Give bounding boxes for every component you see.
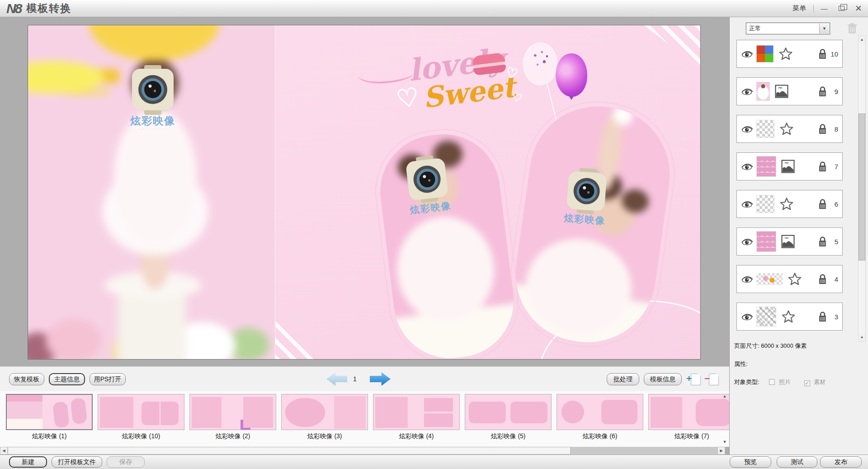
lock-icon[interactable] (818, 273, 827, 285)
filmstrip-item[interactable]: 炫彩映像 (6) (557, 394, 643, 441)
filmstrip-item[interactable]: 炫彩映像 (1) (6, 394, 93, 441)
prev-page-button[interactable] (326, 372, 347, 386)
menu-button[interactable]: 菜单 (788, 2, 811, 14)
trash-icon[interactable] (845, 22, 859, 35)
minimize-button[interactable]: — (816, 3, 832, 14)
material-checkbox[interactable]: ✓ (804, 380, 810, 386)
eye-icon[interactable] (741, 238, 753, 246)
page-icon (691, 374, 701, 385)
layer-row[interactable]: 5 (736, 227, 843, 256)
layer-row[interactable]: 3 (736, 303, 843, 331)
page-size-value: 6000 x 3000 像素 (761, 342, 807, 349)
open-template-file-button[interactable]: 打开模板文件 (52, 456, 102, 468)
watermark: 炫彩映像 · · · · · · · · (126, 69, 180, 131)
scrollbar-thumb[interactable] (8, 447, 571, 455)
layer-thumbnail (756, 307, 776, 327)
layer-row[interactable]: 9 (736, 77, 843, 105)
new-button[interactable]: 新建 (9, 456, 47, 468)
page-size-label: 页面尺寸: (734, 342, 760, 349)
page-thumbnail-label: 炫彩映像 (4) (373, 432, 460, 441)
scroll-right-icon[interactable]: ▶ (717, 447, 725, 455)
scroll-down-icon[interactable]: ▼ (859, 334, 865, 341)
remove-page-button[interactable]: − (704, 373, 720, 386)
photo-checkbox[interactable] (769, 379, 775, 385)
layer-number: 8 (827, 125, 838, 133)
eye-icon[interactable] (741, 88, 753, 95)
filmstrip-item[interactable]: 炫彩映像 (3) (281, 394, 368, 441)
publish-button[interactable]: 发布 (820, 456, 862, 468)
layer-row[interactable]: 4 (736, 265, 843, 293)
next-page-button[interactable] (370, 372, 391, 386)
heart-decor: ♡ (504, 64, 520, 82)
layer-row[interactable]: 7 (736, 152, 843, 180)
page-filmstrip: 炫彩映像 (1) 炫彩映像 (10) 炫彩映像 (2) 炫彩映像 (3) 炫彩映… (0, 391, 729, 447)
watermark: 炫彩映像 · · · · · · · · (559, 171, 613, 230)
page-thumbnail-label: 炫彩映像 (2) (189, 432, 276, 441)
chevron-down-icon[interactable]: ▼ (819, 24, 829, 33)
plus-icon: + (686, 373, 692, 384)
star-icon (788, 272, 802, 286)
layers-scrollbar[interactable]: ▲ ▼ (858, 35, 866, 341)
filmstrip-item[interactable]: 炫彩映像 (2) (189, 394, 276, 441)
add-page-button[interactable]: + (686, 373, 702, 386)
photo-icon (781, 160, 795, 173)
eye-icon[interactable] (741, 163, 753, 171)
right-page[interactable]: lovely Sweet ♡ ♡ ♡ 炫彩映像 (275, 25, 701, 360)
photo-checkbox-label: 照片 (779, 379, 791, 385)
close-button[interactable]: ✕ (851, 3, 866, 14)
lock-icon[interactable] (818, 48, 827, 60)
restore-icon (839, 6, 844, 11)
lock-icon[interactable] (818, 311, 827, 322)
eye-icon[interactable] (741, 200, 753, 208)
macaron-decor (472, 52, 507, 76)
lock-icon[interactable] (818, 161, 827, 172)
open-in-ps-button[interactable]: 用PS打开 (90, 373, 126, 385)
layer-thumbnail (756, 273, 783, 285)
theme-info-button[interactable]: 主题信息 (49, 373, 85, 385)
save-button[interactable]: 保存 (107, 456, 145, 468)
page-thumbnail (373, 394, 460, 430)
swash-decor (357, 60, 414, 86)
filmstrip-item[interactable]: 炫彩映像 (4) (373, 394, 460, 441)
lock-icon[interactable] (818, 85, 827, 97)
restore-template-button[interactable]: 恢复模板 (9, 373, 44, 385)
scrollbar-thumb[interactable] (859, 114, 865, 261)
template-info-button[interactable]: 模板信息 (644, 373, 682, 385)
filmstrip-item[interactable]: 炫彩映像 (5) (465, 394, 552, 441)
design-canvas[interactable]: 炫彩映像 · · · · · · · · lovely Sweet ♡ ♡ ♡ (28, 25, 701, 360)
blend-mode-select[interactable]: 正常 ▼ (746, 23, 830, 34)
layer-row[interactable]: 6 (736, 190, 843, 218)
eye-icon[interactable] (741, 313, 753, 321)
filmstrip-item[interactable]: 炫彩映像 (7) (648, 394, 729, 441)
layer-row[interactable]: 10 (736, 40, 843, 68)
page-icon (709, 374, 719, 385)
layer-thumbnail (756, 45, 774, 62)
lock-icon[interactable] (818, 198, 827, 210)
scroll-left-icon[interactable]: ◀ (0, 447, 8, 455)
camera-icon (132, 69, 174, 110)
batch-process-button[interactable]: 批处理 (607, 373, 639, 385)
scroll-up-icon[interactable]: ▲ (722, 393, 728, 399)
minus-icon: − (704, 373, 710, 384)
app-logo: N8 (6, 1, 21, 16)
filmstrip-scrollbar[interactable]: ◀ ▶ (0, 447, 725, 455)
watermark: 炫彩映像 · · · · · · · · (400, 157, 457, 220)
scroll-up-icon[interactable]: ▲ (859, 36, 865, 43)
star-icon (781, 309, 796, 324)
photo-icon (781, 235, 795, 248)
restore-button[interactable] (834, 3, 849, 14)
toolbar: 恢复模板 主题信息 用PS打开 1 批处理 模板信息 + − (0, 366, 729, 391)
watermark-text: 炫彩映像 (126, 114, 180, 128)
lock-icon[interactable] (818, 123, 827, 135)
eye-icon[interactable] (741, 50, 753, 58)
layer-row[interactable]: 8 (736, 115, 843, 143)
test-button[interactable]: 测试 (777, 456, 817, 468)
filmstrip-item[interactable]: 炫彩映像 (10) (98, 394, 184, 441)
lock-icon[interactable] (818, 236, 827, 247)
eye-icon[interactable] (741, 275, 753, 283)
preview-button[interactable]: 预览 (730, 456, 771, 468)
eye-icon[interactable] (741, 125, 753, 133)
page-thumbnail-label: 炫彩映像 (6) (557, 432, 643, 441)
scroll-down-icon[interactable]: ▼ (722, 439, 728, 445)
left-page-photo[interactable]: 炫彩映像 · · · · · · · · (28, 25, 275, 360)
